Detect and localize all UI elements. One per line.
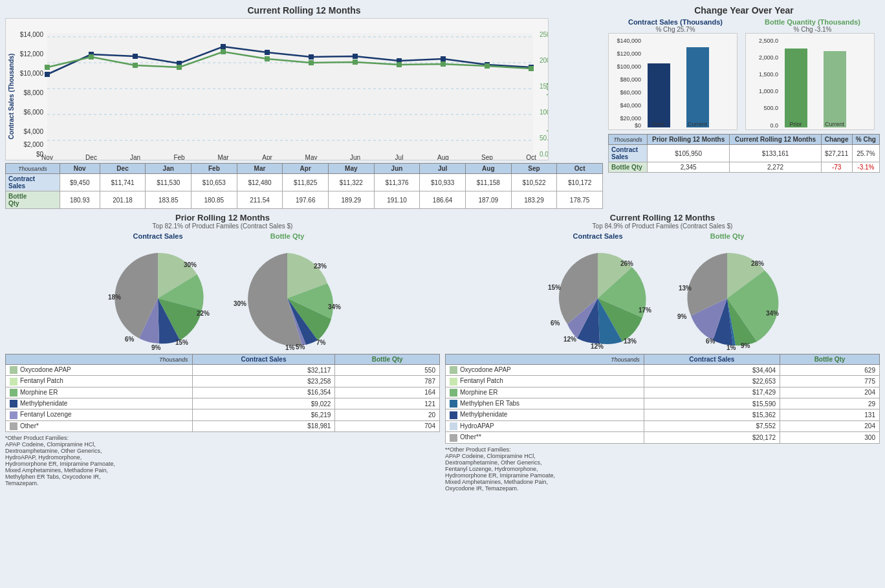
current-methylphenidate-qty: 131 — [780, 409, 880, 420]
current-morphine-label: Morphine ER — [446, 387, 644, 398]
current-pie-subtitle: Top 84.9% of Product Familes (Contract S… — [445, 223, 880, 230]
svg-text:6%: 6% — [125, 336, 135, 343]
prior-row-methylphenidate: Methylphenidate $9,022 121 — [6, 398, 440, 409]
prior-legend-th-thousands: Thousands — [6, 354, 193, 365]
bq-apr: 197.66 — [283, 191, 329, 209]
svg-text:Sep: Sep — [481, 154, 493, 160]
bq-nov: 180.93 — [60, 191, 100, 209]
prior-cs-pie-wrap: Contract Sales — [96, 232, 219, 351]
current-oxycodone-sales: $34,404 — [644, 365, 780, 376]
bottle-qty-row: BottleQty 180.93 201.18 183.85 180.85 21… — [6, 191, 603, 209]
svg-rect-36 — [133, 54, 138, 59]
yoy-bottle-qty-chart: Bottle Quantity (Thousands) % Chg -3.1% … — [745, 18, 880, 130]
bq-dec: 201.18 — [100, 191, 146, 209]
svg-text:30%: 30% — [234, 300, 246, 307]
yoy-bq-pctchg: -3.1% — [852, 162, 879, 173]
svg-text:$8,000: $8,000 — [23, 89, 43, 96]
current-row-methylphen-er: Methylphen ER Tabs $15,590 29 — [446, 398, 880, 409]
prior-bq-label: Bottle Qty — [270, 232, 305, 240]
yoy-bq-change: -73 — [821, 162, 852, 173]
current-row-other: Other** $20,172 300 — [446, 432, 880, 443]
prior-oxycodone-qty: 550 — [335, 365, 440, 376]
svg-rect-67 — [686, 47, 709, 127]
prior-methylphenidate-sales: $9,022 — [192, 398, 335, 409]
svg-text:Bottle Qty (Thousands): Bottle Qty (Thousands) — [547, 61, 549, 133]
current-bottom-row: Thousands Contract Sales Bottle Qty Oxyc… — [445, 354, 880, 492]
svg-text:Prior: Prior — [789, 121, 802, 127]
yoy-th-prior: Prior Rolling 12 Months — [647, 135, 730, 145]
svg-rect-52 — [309, 60, 314, 65]
cs-oct: $10,172 — [557, 174, 603, 191]
current-row-hydroapap: HydroAPAP $7,552 204 — [446, 420, 880, 431]
svg-text:Current: Current — [825, 121, 845, 127]
svg-text:34%: 34% — [328, 303, 341, 310]
svg-text:0.0: 0.0 — [540, 151, 549, 158]
svg-text:Oct: Oct — [526, 154, 536, 160]
yoy-th-pctchg: % Chg — [852, 135, 879, 145]
feb-header: Feb — [191, 164, 237, 174]
svg-text:1,500.0: 1,500.0 — [759, 71, 778, 78]
thousands-header: Thousands — [6, 164, 60, 174]
svg-text:Current: Current — [688, 121, 708, 127]
svg-text:$120,000: $120,000 — [617, 50, 641, 57]
current-pie-section: Current Rolling 12 Months Top 84.9% of P… — [445, 213, 880, 492]
svg-text:12%: 12% — [563, 336, 576, 343]
jul-header: Jul — [420, 164, 466, 174]
svg-text:Aug: Aug — [437, 154, 449, 160]
prior-other-sales: $18,981 — [192, 420, 335, 431]
current-methylphenidate-sales: $15,362 — [644, 409, 780, 420]
bq-aug: 187.09 — [465, 191, 511, 209]
prior-methylphenidate-qty: 121 — [335, 398, 440, 409]
yoy-charts: Contract Sales (Thousands) % Chg 25.7% $… — [608, 18, 880, 130]
prior-bq-pie: 23% 34% 7% 5% 1% 30% — [226, 241, 349, 351]
prior-morphine-qty: 164 — [335, 387, 440, 398]
current-legend-th-bq: Bottle Qty — [780, 354, 880, 365]
prior-pie-charts: Contract Sales — [5, 232, 440, 351]
prior-other-label: Other* — [6, 420, 193, 431]
current-legend-table: Thousands Contract Sales Bottle Qty Oxyc… — [445, 354, 880, 444]
svg-rect-77 — [824, 51, 846, 127]
prior-fentanyl-lozenge-sales: $6,219 — [192, 409, 335, 420]
yoy-th-current: Current Rolling 12 Months — [730, 135, 821, 145]
bq-oct: 178.75 — [557, 191, 603, 209]
cs-may: $11,322 — [329, 174, 375, 191]
svg-rect-46 — [45, 65, 50, 70]
prior-methylphenidate-label: Methylphenidate — [6, 398, 193, 409]
cs-jan: $11,530 — [146, 174, 191, 191]
svg-text:Jul: Jul — [395, 154, 404, 160]
mar-header: Mar — [237, 164, 283, 174]
svg-text:$4,000: $4,000 — [23, 128, 43, 135]
dashboard: Current Rolling 12 Months $14,000 $12,00… — [0, 0, 885, 588]
svg-text:17%: 17% — [639, 307, 651, 314]
current-other-label: Other** — [446, 432, 644, 443]
yoy-th-thousands: Thousands — [609, 135, 648, 145]
svg-rect-38 — [221, 44, 226, 49]
current-row-fentanyl: Fentanyl Patch $22,653 775 — [446, 376, 880, 387]
current-cs-pie: 26% 17% 13% 12% 12% 6% 15% — [536, 241, 659, 351]
sep-header: Sep — [511, 164, 557, 174]
yoy-cs-current: $133,161 — [730, 145, 821, 162]
prior-legend-table-wrap: Thousands Contract Sales Bottle Qty Oxyc… — [5, 354, 440, 486]
pie-row: Prior Rolling 12 Months Top 82.1% of Pro… — [5, 213, 880, 492]
yoy-title: Change Year Over Year — [608, 5, 880, 16]
cs-dec: $11,741 — [100, 174, 146, 191]
may-header: May — [329, 164, 375, 174]
yoy-th-change: Change — [821, 135, 852, 145]
bq-mar: 211.54 — [237, 191, 283, 209]
yoy-bq-label: Bottle Quantity (Thousands) — [745, 18, 880, 26]
svg-text:Jan: Jan — [130, 154, 140, 160]
svg-text:28%: 28% — [751, 260, 764, 267]
yoy-cs-row: ContractSales $105,950 $133,161 $27,211 … — [609, 145, 880, 162]
svg-text:50.0: 50.0 — [540, 135, 549, 142]
svg-text:34%: 34% — [766, 310, 779, 317]
current-hydroapap-qty: 204 — [780, 420, 880, 431]
svg-text:$2,000: $2,000 — [23, 141, 43, 148]
svg-rect-21 — [47, 33, 533, 160]
svg-text:$20,000: $20,000 — [620, 115, 641, 122]
svg-text:1%: 1% — [285, 344, 295, 351]
svg-text:9%: 9% — [151, 344, 161, 351]
yoy-section: Change Year Over Year Contract Sales (Th… — [608, 5, 880, 209]
current-cs-label: Contract Sales — [573, 232, 622, 240]
svg-text:Dec: Dec — [85, 154, 97, 160]
current-pie-title: Current Rolling 12 Months — [445, 213, 880, 223]
